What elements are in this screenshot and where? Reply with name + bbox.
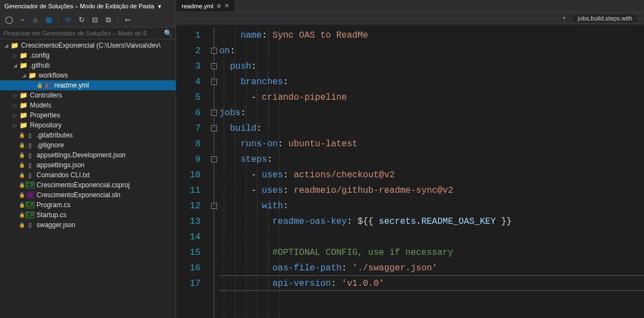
solution-explorer: Gerenciador de Soluções – Modo de Exibiç… (0, 0, 176, 318)
code-editor[interactable]: 1 2 3 4 5 6 7 8 9 10 11 12 13 14 15 16 1… (176, 24, 644, 318)
code-content[interactable]: name: Sync OAS to ReadMe on: push: branc… (219, 28, 644, 318)
editor-pane: readme.yml ⊕ ✕ ▾ jobs.build.steps.with 1… (176, 0, 644, 318)
separator (58, 16, 59, 24)
fold-icon[interactable]: − (211, 156, 217, 162)
code-line (219, 229, 644, 245)
breadcrumb-path[interactable]: jobs.build.steps.with (572, 13, 638, 23)
code-line: - uses: readmeio/github-readme-sync@v2 (219, 183, 644, 198)
lock-icon: 🔒 (19, 152, 24, 158)
code-line: build: (219, 121, 644, 136)
fold-icon[interactable]: − (211, 63, 217, 69)
switch-view-icon[interactable]: ▦ (43, 14, 54, 25)
pin-icon[interactable]: ⊕ (217, 3, 221, 9)
code-line: oas-file-path: './swagger.json' (219, 260, 644, 276)
sidebar-toolbar: ◯ → ⌂ ▦ ⟳ ↻ ⊟ ⧉ ➳ (0, 12, 176, 28)
fold-icon[interactable]: − (211, 48, 217, 54)
lock-icon: 🔒 (19, 192, 24, 198)
tab-bar: readme.yml ⊕ ✕ (176, 0, 644, 12)
code-line: name: Sync OAS to ReadMe (219, 28, 644, 43)
tree-folder-models[interactable]: ▷📁Models (0, 100, 176, 110)
line-number-gutter: 1 2 3 4 5 6 7 8 9 10 11 12 13 14 15 16 1… (176, 28, 209, 318)
lock-icon: 🔒 (19, 212, 24, 218)
tree-file-csproj[interactable]: ▷🔒C#CrescimentoExponencial.csproj (0, 180, 176, 190)
code-line: steps: (219, 152, 644, 167)
tree-folder-controllers[interactable]: ▷📁Controllers (0, 90, 176, 100)
tree-file-readme-yml[interactable]: ▷🔒◧readme.yml (0, 80, 176, 90)
properties-icon[interactable]: ➳ (122, 14, 133, 25)
tree-file-swagger[interactable]: ▷🔒▯swagger.json (0, 220, 176, 230)
separator (117, 16, 118, 24)
fold-icon[interactable]: − (211, 203, 217, 209)
lock-icon: 🔒 (19, 142, 24, 148)
breadcrumb-dropdown-icon[interactable]: ▾ (561, 16, 568, 20)
lock-icon: 🔒 (19, 202, 24, 208)
close-icon[interactable]: ✕ (224, 2, 229, 9)
lock-icon: 🔒 (19, 182, 24, 188)
code-line: api-version: 'v1.0.0' (219, 275, 644, 291)
code-line: - criando-pipeline (219, 90, 644, 105)
sidebar-title: Gerenciador de Soluções – Modo de Exibiç… (4, 3, 154, 9)
back-icon[interactable]: ◯ (3, 14, 14, 25)
lock-icon: 🔒 (19, 162, 24, 168)
code-line: readme-oas-key: ${{ secrets.README_OAS_K… (219, 214, 644, 229)
tree-file-comandos[interactable]: ▷🔒▯Comandos CLI.txt (0, 170, 176, 180)
lock-icon: 🔒 (19, 172, 24, 178)
search-icon[interactable]: 🔍 (164, 29, 172, 37)
code-line: #OPTIONAL CONFIG, use if necessary (219, 245, 644, 260)
tree-file-appsettings-dev[interactable]: ▷🔒▯appsettings.Development.json (0, 150, 176, 160)
lock-icon: 🔒 (19, 222, 24, 228)
code-line: jobs: (219, 105, 644, 121)
tree-folder-config[interactable]: ▷📁.config (0, 50, 176, 60)
tree-file-startup[interactable]: ▷🔒C#Startup.cs (0, 210, 176, 220)
code-line: on: (219, 43, 644, 59)
search-input[interactable] (3, 30, 162, 37)
tree-file-appsettings[interactable]: ▷🔒▯appsettings.json (0, 160, 176, 170)
fold-icon[interactable]: − (211, 79, 217, 85)
fold-icon[interactable]: − (211, 110, 217, 116)
sidebar-title-bar[interactable]: Gerenciador de Soluções – Modo de Exibiç… (0, 0, 176, 12)
tree-folder-properties[interactable]: ▷📁Properties (0, 110, 176, 120)
forward-icon[interactable]: → (17, 14, 28, 25)
code-line: with: (219, 198, 644, 214)
lock-icon: 🔒 (37, 83, 42, 88)
tree-folder-repository[interactable]: ▷📁Repository (0, 120, 176, 130)
code-line: runs-on: ubuntu-latest (219, 136, 644, 152)
tab-readme-yml[interactable]: readme.yml ⊕ ✕ (176, 0, 235, 12)
code-line: - uses: actions/checkout@v2 (219, 167, 644, 183)
tree-folder-github[interactable]: ◢📁.github (0, 60, 176, 70)
tree-file-program[interactable]: ▷🔒C#Program.cs (0, 200, 176, 210)
tree-file-gitignore[interactable]: ▷🔒▯.gitignore (0, 140, 176, 150)
refresh-icon[interactable]: ⟳ (63, 14, 74, 25)
tab-label: readme.yml (182, 3, 213, 9)
dropdown-icon[interactable]: ▼ (156, 4, 162, 9)
breadcrumb-bar: ▾ jobs.build.steps.with (176, 12, 644, 24)
code-line: push: (219, 59, 644, 74)
collapse-icon[interactable]: ⊟ (89, 14, 100, 25)
tree-file-gitattributes[interactable]: ▷🔒▯.gitattributes (0, 130, 176, 140)
file-tree: ◢📁CrescimentoExponencial (C:\Users\Vaivo… (0, 39, 176, 318)
fold-icon[interactable]: − (211, 125, 217, 131)
tree-root[interactable]: ◢📁CrescimentoExponencial (C:\Users\Vaivo… (0, 40, 176, 50)
tree-file-sln[interactable]: ▷🔒▣CrescimentoExponencial.sln (0, 190, 176, 200)
lock-icon: 🔒 (19, 132, 24, 138)
code-line: branches: (219, 74, 644, 90)
sync-icon[interactable]: ↻ (76, 14, 87, 25)
fold-column: − − − − − − − (209, 28, 219, 318)
show-all-icon[interactable]: ⧉ (102, 14, 114, 25)
tree-folder-workflows[interactable]: ◢📁workflows (0, 70, 176, 80)
home-icon[interactable]: ⌂ (30, 14, 41, 25)
search-row: 🔍 (0, 28, 176, 39)
